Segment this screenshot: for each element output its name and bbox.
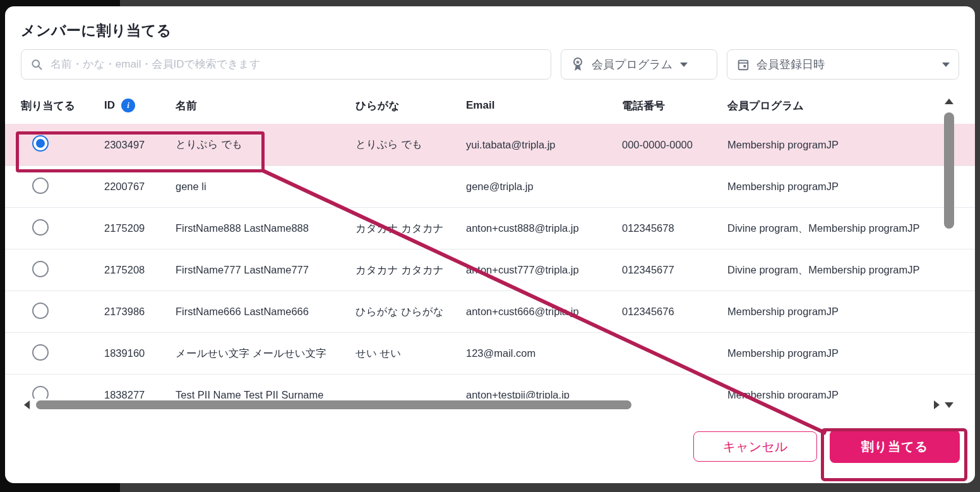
cell-name: FirstName888 LastName888	[176, 222, 356, 234]
column-header-program: 会員プログラム	[727, 99, 975, 113]
cancel-button[interactable]: キャンセル	[693, 431, 817, 462]
chevron-down-icon	[680, 63, 688, 67]
column-header-name: 名前	[176, 99, 356, 113]
modal-title: メンバーに割り当てる	[21, 21, 959, 40]
member-search-box[interactable]	[21, 49, 551, 80]
cell-phone: 012345677	[622, 264, 727, 276]
scroll-left-arrow-icon[interactable]	[24, 400, 30, 409]
cell-email: anton+testpii@tripla.jp	[466, 389, 622, 399]
horizontal-scrollbar-thumb[interactable]	[36, 400, 631, 409]
membership-program-filter[interactable]: 会員プログラム	[561, 49, 717, 80]
cell-program: Membership programJP	[727, 306, 975, 318]
calendar-icon	[736, 57, 750, 71]
row-select-radio[interactable]	[32, 344, 49, 361]
scroll-down-arrow-icon[interactable]	[945, 402, 953, 408]
cell-id: 1839160	[104, 347, 176, 359]
assign-button[interactable]: 割り当てる	[830, 430, 960, 463]
cell-id: 2303497	[104, 139, 176, 151]
search-icon	[30, 58, 43, 71]
cell-name: とりぷら でも	[176, 138, 356, 152]
table-row[interactable]: 2175208 FirstName777 LastName777 カタカナ カタ…	[5, 249, 975, 291]
cell-email: anton+cust777@tripla.jp	[466, 264, 622, 276]
table-row[interactable]: 2303497 とりぷら でも とりぷら でも yui.tabata@tripl…	[5, 124, 975, 165]
filter-bar: 会員プログラム 会員登録日時	[21, 49, 959, 80]
vertical-scrollbar-thumb[interactable]	[944, 112, 954, 229]
cell-hiragana: カタカナ カタカナ	[356, 263, 466, 277]
scroll-up-arrow-icon[interactable]	[945, 99, 953, 104]
column-header-email: Email	[466, 99, 622, 112]
column-header-phone: 電話番号	[622, 99, 727, 113]
id-info-icon[interactable]: i	[121, 99, 135, 112]
modal-footer: キャンセル 割り当てる	[5, 430, 975, 463]
cell-program: Membership programJP	[727, 139, 975, 151]
horizontal-scrollbar[interactable]	[5, 399, 975, 411]
cell-email: yui.tabata@tripla.jp	[466, 139, 622, 151]
cell-name: Test PII Name Test PII Surname	[176, 389, 356, 399]
row-select-radio[interactable]	[32, 261, 49, 277]
cell-id: 2173986	[104, 306, 176, 318]
row-select-radio[interactable]	[32, 303, 49, 319]
column-header-assign: 割り当てる	[21, 99, 104, 113]
row-select-radio[interactable]	[32, 177, 49, 194]
column-header-hiragana: ひらがな	[356, 99, 466, 113]
date-filter-label: 会員登録日時	[756, 57, 825, 72]
award-ribbon-icon	[570, 56, 585, 73]
chevron-down-icon	[942, 63, 950, 67]
scroll-right-arrow-icon[interactable]	[934, 400, 940, 409]
table-row[interactable]: 2175209 FirstName888 LastName888 カタカナ カタ…	[5, 207, 975, 249]
cell-hiragana: ひらがな ひらがな	[356, 305, 466, 319]
cell-email: 123@mail.com	[466, 347, 622, 359]
cell-program: Membership programJP	[727, 389, 975, 399]
program-filter-label: 会員プログラム	[592, 57, 672, 72]
cell-id: 2200767	[104, 181, 176, 193]
table-row[interactable]: 2173986 FirstName666 LastName666 ひらがな ひら…	[5, 291, 975, 332]
table-row[interactable]: 1838277 Test PII Name Test PII Surname a…	[5, 374, 975, 399]
cell-phone: 012345676	[622, 306, 727, 318]
cell-email: anton+cust666@tripla.jp	[466, 306, 622, 318]
cell-hiragana: カタカナ カタカナ	[356, 222, 466, 236]
cell-program: Divine program、Membership programJP	[727, 222, 975, 236]
cell-program: Divine program、Membership programJP	[727, 263, 975, 277]
table-header: 割り当てる ID i 名前 ひらがな Email 電話番号 会員プログラム	[5, 87, 975, 124]
cell-hiragana: とりぷら でも	[356, 138, 466, 152]
table-row[interactable]: 1839160 メールせい文字 メールせい文字 せい せい 123@mail.c…	[5, 332, 975, 374]
cell-email: anton+cust888@tripla.jp	[466, 222, 622, 234]
table-row[interactable]: 2200767 gene li gene@tripla.jp Membershi…	[5, 165, 975, 207]
cell-id: 1838277	[104, 389, 176, 399]
cell-name: FirstName666 LastName666	[176, 306, 356, 318]
assign-member-modal: メンバーに割り当てる 会員プログラム	[5, 6, 975, 483]
cell-id: 2175209	[104, 222, 176, 234]
search-input[interactable]	[49, 57, 542, 71]
cell-phone: 000-0000-0000	[622, 139, 727, 151]
vertical-scrollbar[interactable]	[943, 96, 955, 411]
row-select-radio[interactable]	[32, 135, 49, 152]
member-table-body: 2303497 とりぷら でも とりぷら でも yui.tabata@tripl…	[5, 124, 975, 399]
cell-name: メールせい文字 メールせい文字	[176, 347, 356, 361]
cell-hiragana: せい せい	[356, 347, 466, 361]
row-select-radio[interactable]	[32, 386, 49, 399]
cell-id: 2175208	[104, 264, 176, 276]
cell-phone: 012345678	[622, 222, 727, 234]
cell-name: gene li	[176, 181, 356, 193]
cell-email: gene@tripla.jp	[466, 181, 622, 193]
column-header-id: ID i	[104, 99, 176, 112]
cell-program: Membership programJP	[727, 181, 975, 193]
registration-date-filter[interactable]: 会員登録日時	[727, 49, 959, 80]
cell-program: Membership programJP	[727, 347, 975, 359]
cell-name: FirstName777 LastName777	[176, 264, 356, 276]
row-select-radio[interactable]	[32, 219, 49, 236]
